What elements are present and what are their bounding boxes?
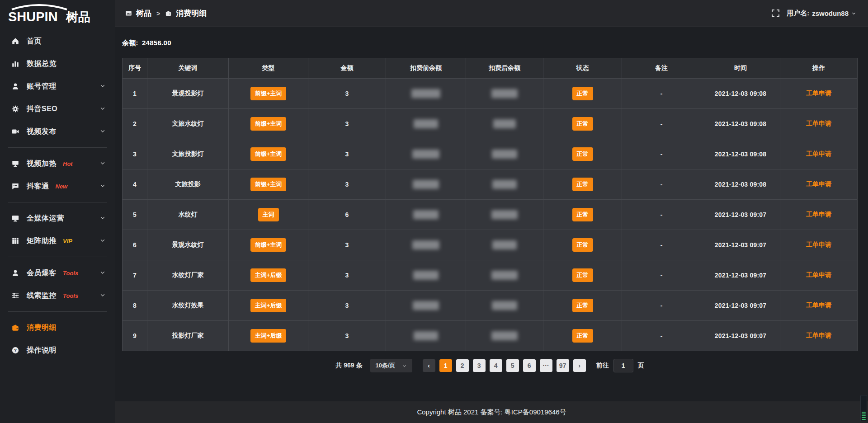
sidebar-item-home[interactable]: 首页 bbox=[0, 30, 115, 52]
masked-balance-before bbox=[412, 150, 439, 159]
user-area: 用户名: zswodun88 bbox=[772, 9, 856, 18]
question-icon: ? bbox=[11, 346, 20, 355]
sidebar-item-data-overview[interactable]: 数据总览 bbox=[0, 52, 115, 75]
table-row: 5 水纹灯 主词 6 正常 - 2021-12-03 09:07 工单申请 bbox=[123, 199, 857, 230]
work-order-link[interactable]: 工单申请 bbox=[806, 332, 831, 340]
sidebar-item-clue-monitor[interactable]: 线索监控 Tools bbox=[0, 284, 115, 307]
menu-tag: VIP bbox=[63, 238, 72, 244]
menu-tag: Tools bbox=[63, 292, 78, 299]
sidebar-item-doukertong[interactable]: 抖客通 New bbox=[0, 175, 115, 197]
page-button-3[interactable]: 3 bbox=[473, 359, 486, 372]
breadcrumb-root[interactable]: 树品 bbox=[136, 8, 151, 19]
sidebar-item-member-burst[interactable]: 会员爆客 Tools bbox=[0, 262, 115, 284]
cell-amount: 6 bbox=[308, 200, 386, 230]
masked-balance-before bbox=[414, 119, 438, 128]
cell-time: 2021-12-03 09:08 bbox=[701, 109, 780, 139]
page-button-2[interactable]: 2 bbox=[456, 359, 469, 372]
sidebar-item-label: 消费明细 bbox=[27, 323, 57, 333]
cell-remark: - bbox=[622, 169, 701, 199]
balance-label: 余额: bbox=[122, 39, 138, 47]
sidebar-item-all-media-operation[interactable]: 全媒体运营 bbox=[0, 207, 115, 230]
cell-keyword: 文旅投影灯 bbox=[147, 139, 229, 169]
sidebar-item-label: 线索监控 bbox=[27, 291, 57, 301]
chevron-down-icon bbox=[851, 11, 856, 16]
column-header: 类型 bbox=[229, 58, 308, 78]
main-area: 树品 > 消费明细 用户名: zswodun88 余额:24856.00 序号关… bbox=[115, 0, 868, 423]
goto-label: 前往 bbox=[596, 362, 609, 370]
table-row: 1 景观投影灯 前缀+主词 3 正常 - 2021-12-03 09:08 工单… bbox=[123, 78, 857, 108]
status-badge: 正常 bbox=[572, 268, 593, 282]
column-header: 扣费后余额 bbox=[466, 58, 543, 78]
sidebar-item-video-publish[interactable]: 视频发布 bbox=[0, 120, 115, 143]
page-size-value: 10条/页 bbox=[376, 362, 396, 370]
cell-index: 3 bbox=[123, 139, 147, 169]
goto-page-input[interactable] bbox=[613, 359, 633, 372]
wallet-icon bbox=[165, 10, 172, 17]
cell-time: 2021-12-03 09:08 bbox=[701, 139, 780, 169]
work-order-link[interactable]: 工单申请 bbox=[806, 180, 831, 188]
menu-divider bbox=[8, 257, 107, 257]
status-badge: 正常 bbox=[572, 117, 593, 131]
page-button-6[interactable]: 6 bbox=[523, 359, 536, 372]
sidebar-item-label: 视频加热 bbox=[27, 159, 57, 169]
user-dropdown[interactable]: 用户名: zswodun88 bbox=[787, 9, 856, 18]
work-order-link[interactable]: 工单申请 bbox=[806, 150, 831, 158]
column-header: 状态 bbox=[543, 58, 622, 78]
sidebar-item-label: 账号管理 bbox=[27, 82, 57, 91]
sidebar-item-instructions[interactable]: ? 操作说明 bbox=[0, 339, 115, 362]
gear-icon bbox=[11, 104, 20, 113]
table-row: 9 投影灯厂家 主词+后缀 3 正常 - 2021-12-03 09:07 工单… bbox=[123, 320, 857, 351]
user-icon bbox=[11, 82, 20, 91]
masked-balance-before bbox=[412, 240, 439, 249]
work-order-link[interactable]: 工单申请 bbox=[806, 120, 831, 128]
chat-icon bbox=[11, 182, 20, 191]
fullscreen-icon[interactable] bbox=[772, 9, 779, 17]
cell-remark: - bbox=[622, 200, 701, 230]
cell-time: 2021-12-03 09:07 bbox=[701, 260, 780, 290]
breadcrumb-current: 消费明细 bbox=[176, 8, 207, 19]
cell-index: 8 bbox=[123, 291, 147, 320]
chevron-down-icon bbox=[100, 182, 105, 190]
menu-tag: New bbox=[56, 183, 68, 190]
chevron-down-icon bbox=[100, 82, 105, 90]
cell-index: 5 bbox=[123, 200, 147, 230]
page-button-4[interactable]: 4 bbox=[490, 359, 502, 372]
sidebar-item-douyin-seo[interactable]: 抖音SEO bbox=[0, 98, 115, 120]
menu-divider bbox=[8, 202, 107, 202]
work-order-link[interactable]: 工单申请 bbox=[806, 89, 831, 98]
masked-balance-before bbox=[413, 271, 439, 280]
column-header: 序号 bbox=[123, 58, 147, 78]
page-button-1[interactable]: 1 bbox=[439, 359, 452, 372]
menu-divider bbox=[8, 147, 107, 148]
cell-index: 2 bbox=[123, 109, 147, 139]
page-button-97[interactable]: 97 bbox=[557, 359, 569, 372]
table-row: 2 文旅水纹灯 前缀+主词 3 正常 - 2021-12-03 09:08 工单… bbox=[123, 108, 857, 139]
table-body: 1 景观投影灯 前缀+主词 3 正常 - 2021-12-03 09:08 工单… bbox=[123, 78, 857, 351]
work-order-link[interactable]: 工单申请 bbox=[806, 301, 831, 310]
sidebar-item-video-heat[interactable]: 视频加热 Hot bbox=[0, 152, 115, 175]
sidebar-item-matrix-boost[interactable]: 矩阵助推 VIP bbox=[0, 230, 115, 252]
column-header: 扣费前余额 bbox=[386, 58, 466, 78]
table-header-row: 序号关键词类型金额扣费前余额扣费后余额状态备注时间操作 bbox=[123, 58, 857, 78]
masked-balance-after bbox=[492, 301, 517, 310]
cell-remark: - bbox=[622, 230, 701, 260]
masked-balance-before bbox=[413, 301, 439, 310]
cell-index: 4 bbox=[123, 169, 147, 199]
sidebar-item-account-management[interactable]: 账号管理 bbox=[0, 75, 115, 98]
cell-amount: 3 bbox=[308, 230, 386, 260]
page-button-5[interactable]: 5 bbox=[506, 359, 519, 372]
work-order-link[interactable]: 工单申请 bbox=[806, 211, 831, 219]
work-order-link[interactable]: 工单申请 bbox=[806, 241, 831, 249]
chevron-down-icon bbox=[100, 214, 105, 222]
more-pages-button[interactable]: ··· bbox=[540, 359, 552, 372]
chevron-down-icon bbox=[100, 291, 105, 300]
sidebar-item-label: 全媒体运营 bbox=[27, 214, 64, 223]
column-header: 备注 bbox=[622, 58, 701, 78]
footer: Copyright 树品 2021 备案号: 粤ICP备09019646号 bbox=[115, 401, 868, 423]
next-page-button[interactable]: › bbox=[573, 359, 586, 372]
work-order-link[interactable]: 工单申请 bbox=[806, 271, 831, 279]
sliders-icon bbox=[11, 291, 20, 300]
page-size-select[interactable]: 10条/页 bbox=[370, 359, 412, 372]
sidebar-item-consume-detail[interactable]: 消费明细 bbox=[0, 316, 115, 339]
prev-page-button[interactable]: ‹ bbox=[423, 359, 435, 372]
